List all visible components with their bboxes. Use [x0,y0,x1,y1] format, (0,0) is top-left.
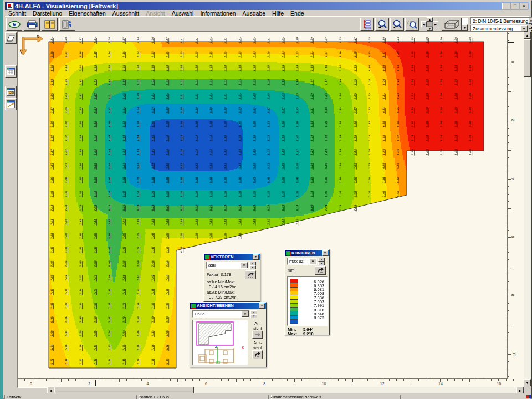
ruler-tick [411,379,411,382]
ruler-tick [163,379,163,381]
palette-collapse-icon[interactable]: ▼ [322,250,328,256]
palette-collapse-icon[interactable]: ▼ [259,303,265,309]
vektoren-spinner[interactable]: ▲▼ [249,262,256,269]
konturen-combobox[interactable]: max uz▼ [287,258,317,265]
vektoren-row2-value: 0./ 7.27 cm2/m [209,295,237,300]
menu-item-auswahl[interactable]: Auswahl [168,10,197,17]
pan-left-button[interactable]: ◀ [421,21,427,27]
norm-combobox[interactable]: 2: DIN 1045-1 Bemessung▼ [470,17,532,24]
palette-toggle-ansicht-button[interactable] [5,65,17,78]
scroll-right-icon[interactable]: ▶ [516,387,524,393]
ruler-number: 4 [511,177,515,180]
ruler-tick [403,379,404,381]
position-combobox[interactable]: P63a▼ [192,310,249,318]
ruler-tick [396,379,397,381]
ansicht-title: ANSICHT/EBENEN [197,303,234,308]
palette-toggle-konturen-button[interactable]: 123 [5,86,17,98]
view-3d-dropdown[interactable]: ▼ [462,18,468,31]
menu-item-informationen[interactable]: Informationen [197,10,239,17]
minimap-x-label: x [242,345,244,349]
title-bar[interactable]: 4H-ALFA - Visualisierung [Faltwerk] _ □ … [5,2,529,10]
chevron-down-icon[interactable]: ▼ [462,24,468,31]
ansicht-titlebar[interactable]: ANSICHT/EBENEN▼ [190,303,266,309]
menu-item-ausschnitt[interactable]: Ausschnitt [109,10,142,17]
chevron-down-icon[interactable]: ▼ [528,18,532,24]
pan-center-knob[interactable] [427,22,433,27]
menu-item-darstellung[interactable]: Darstellung [29,10,65,17]
print-button[interactable] [24,18,40,31]
structure-minimap[interactable]: z x [192,320,248,365]
ruler-tick [462,379,463,381]
ruler-tick [508,33,509,34]
refresh-arrow-icon [254,352,261,357]
konturen-titlebar[interactable]: KONTUREN▼ [285,250,329,256]
spinner-up-icon[interactable]: ▲ [249,262,256,265]
position-spinner[interactable]: ▲▼ [250,310,257,318]
left-tool-strip: 123 [4,31,17,387]
ruler-tick [508,369,509,369]
menu-item-hilfe[interactable]: Hilfe [269,10,287,17]
exit-button[interactable] [59,18,75,31]
result-combobox-value: Zusammenfassung [473,26,513,32]
konturen-spinner[interactable]: ▲▼ [318,258,325,265]
close-button[interactable]: × [520,3,528,9]
palette-collapse-icon[interactable]: ▼ [253,254,259,260]
zoom-in-button[interactable]: + [375,18,389,31]
konturen-apply-button[interactable] [315,266,326,275]
vektoren-apply-button[interactable] [245,270,256,279]
menu-item-ende[interactable]: Ende [287,10,308,17]
horizontal-scrollbar[interactable]: ◀ ▶ [47,387,524,393]
ruler-tick [156,379,156,381]
ruler-tick [338,379,339,381]
ruler-number: 0 [511,61,515,63]
spinner-down-icon[interactable]: ▼ [318,262,325,265]
menu-item-ausgabe[interactable]: Ausgabe [239,10,269,17]
vektoren-combobox[interactable]: asu▼ [206,262,248,269]
minimize-button[interactable]: _ [502,3,510,9]
menu-item-eigenschaften[interactable]: Eigenschaften [65,10,109,17]
scroll-left-icon[interactable]: ◀ [47,387,54,393]
zoom-window-button[interactable] [405,18,419,31]
chevron-down-icon[interactable]: ▼ [241,262,248,268]
pan-right-button[interactable]: ▶ [433,21,438,27]
scroll-up-icon[interactable]: ▲ [524,32,531,39]
vektoren-palette[interactable]: VEKTOREN▼ asu▼ ▲▼ Faktor: 0.178 as1u: Mi… [203,253,260,302]
konturen-unit: mm [288,268,295,273]
x-axis-label: x [37,33,39,39]
menu-item-schnitt[interactable]: Schnitt [5,10,29,17]
chevron-down-icon[interactable]: ▼ [242,311,249,317]
maximize-button[interactable]: □ [511,3,519,9]
pan-down-button[interactable]: ▼ [427,27,433,31]
spinner-up-icon[interactable]: ▲ [529,25,532,29]
preview-button[interactable] [6,18,22,31]
vertical-scroll-thumb[interactable] [524,39,531,77]
view-button[interactable] [252,331,263,339]
desktop: { "window": { "title": "4H-ALFA - Visual… [0,0,532,399]
ruler-tick [316,379,316,381]
spinner-down-icon[interactable]: ▼ [250,314,257,318]
select-button[interactable] [252,350,263,359]
plate-view-button[interactable] [5,32,17,44]
chevron-down-icon[interactable]: ▼ [309,258,316,264]
vertical-scrollbar[interactable]: ▲ ▼ [524,32,531,386]
ruler-tick [200,379,200,381]
vektoren-titlebar[interactable]: VEKTOREN▼ [204,254,260,260]
palette-toggle-vektoren-button[interactable] [5,98,17,110]
zoom-out-button[interactable]: - [390,18,404,31]
ruler-tick [389,379,390,381]
spinner-up-icon[interactable]: ▲ [318,258,325,262]
horizontal-scroll-thumb[interactable] [54,387,194,393]
manual-button[interactable] [42,18,58,31]
pan-up-button[interactable]: ▲ [427,17,433,22]
ruler-tick [185,379,186,381]
scroll-down-icon[interactable]: ▼ [524,379,531,386]
view-3d-button[interactable] [442,18,462,31]
spinner-down-icon[interactable]: ▼ [249,265,256,269]
ruler-number: 10 [322,382,326,386]
mini-window-grid-icon [7,68,15,75]
minimap-drawing [193,320,246,364]
ansicht-ebenen-palette[interactable]: ANSICHT/EBENEN▼ P63a▼ ▲▼ z x An- sicht A… [190,302,267,367]
konturen-palette[interactable]: KONTUREN▼ max uz▼ ▲▼ mm 6.0266.3536.6817… [284,249,330,335]
spinner-up-icon[interactable]: ▲ [250,310,257,314]
tree-list-button[interactable] [360,18,374,31]
